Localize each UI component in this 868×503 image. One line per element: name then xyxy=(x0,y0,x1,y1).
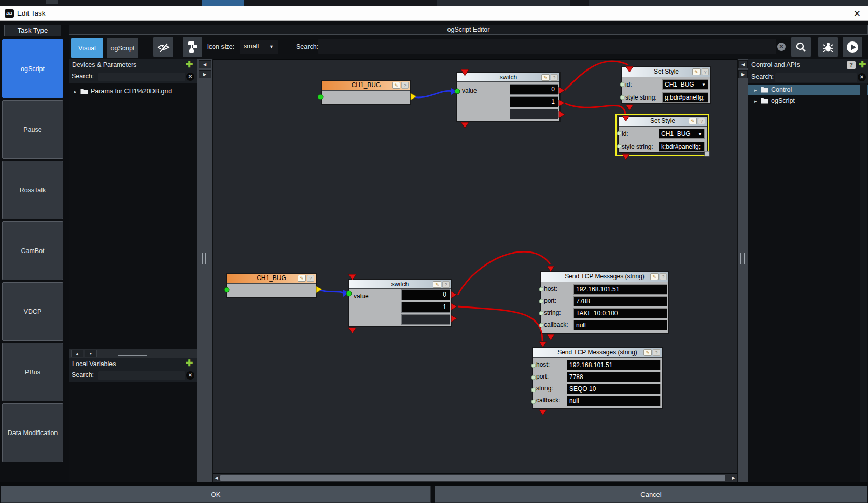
node-header[interactable]: CH1_BUG ✎ ? xyxy=(322,81,410,91)
string-field[interactable]: SEQO 10 xyxy=(567,384,661,394)
cancel-button[interactable]: Cancel xyxy=(435,486,867,503)
node-set-style-1[interactable]: Set Style ✎ ? id: CH1_BUG ▼ style string… xyxy=(621,66,711,104)
host-field[interactable]: 192.168.101.51 xyxy=(573,284,667,295)
node-header[interactable]: Set Style ✎ ? xyxy=(619,117,707,127)
value-out-arrow-port[interactable] xyxy=(316,286,322,293)
node-graph-canvas[interactable]: CH1_BUG ✎ ? switch ✎ ? value 0 1 Set Sty… xyxy=(213,59,737,482)
add-variable-icon[interactable]: ✚ xyxy=(185,359,193,368)
switch-case-0[interactable]: 0 xyxy=(510,84,558,95)
collapse-right-icon[interactable]: ▶ xyxy=(738,70,748,78)
id-dropdown[interactable]: CH1_BUG ▼ xyxy=(662,79,708,90)
help-icon[interactable]: ? xyxy=(653,349,660,356)
node-header[interactable]: Send TCP Messages (string) ✎ ? xyxy=(533,348,662,358)
exec-out-port[interactable] xyxy=(461,122,469,128)
switch-case-2[interactable] xyxy=(510,109,558,119)
tree-item-ogscript[interactable]: ▸ ogScript xyxy=(748,95,868,106)
help-icon[interactable]: ? xyxy=(698,118,705,124)
help-icon[interactable]: ? xyxy=(401,82,409,89)
edit-icon[interactable]: ✎ xyxy=(689,118,697,124)
node-send-tcp-1[interactable]: Send TCP Messages (string) ✎ ? host: 192… xyxy=(540,271,669,334)
collapse-down-icon[interactable]: ▼ xyxy=(85,350,97,357)
collapse-left-icon[interactable]: ◀ xyxy=(738,60,748,68)
id-dropdown[interactable]: CH1_BUG ▼ xyxy=(659,129,705,139)
toolbar-search-input[interactable] xyxy=(318,39,776,54)
switch-case-2[interactable] xyxy=(401,314,450,325)
variables-clear-search-icon[interactable]: ✕ xyxy=(186,371,194,380)
ok-button[interactable]: OK xyxy=(1,486,431,503)
switch-case-0[interactable]: 0 xyxy=(401,289,450,300)
task-type-data-modification[interactable]: Data Modification xyxy=(2,403,63,462)
devices-search-input[interactable] xyxy=(98,73,185,81)
left-strip-grip[interactable] xyxy=(202,253,206,264)
add-api-icon[interactable]: ✚ xyxy=(858,61,866,69)
task-type-cambot[interactable]: CamBot xyxy=(2,221,63,280)
exec-out-port[interactable] xyxy=(539,410,547,415)
help-icon[interactable]: ? xyxy=(442,281,450,288)
help-icon[interactable]: ? xyxy=(702,68,709,75)
node-switch-2[interactable]: switch ✎ ? value 0 1 xyxy=(348,279,452,327)
canvas-h-scrollbar[interactable]: ◀ ▶ xyxy=(213,473,737,482)
node-ch1-bug-1[interactable]: CH1_BUG ✎ ? xyxy=(321,80,411,105)
port-field[interactable]: 7788 xyxy=(573,296,667,306)
scroll-right-icon[interactable]: ▶ xyxy=(730,474,737,482)
run-button[interactable] xyxy=(843,37,862,57)
scrollbar-thumb[interactable] xyxy=(220,475,725,481)
apis-search-input[interactable] xyxy=(775,73,857,82)
help-icon[interactable]: ? xyxy=(660,273,667,280)
expand-caret-icon[interactable]: ▸ xyxy=(754,85,757,95)
node-header[interactable]: CH1_BUG ✎ ? xyxy=(227,274,316,284)
node-switch-1[interactable]: switch ✎ ? value 0 1 xyxy=(456,72,561,122)
hide-connections-button[interactable] xyxy=(153,37,173,57)
node-send-tcp-2[interactable]: Send TCP Messages (string) ✎ ? host: 192… xyxy=(532,347,663,409)
edit-icon[interactable]: ✎ xyxy=(692,68,701,75)
splitter-grip[interactable] xyxy=(118,352,147,356)
right-strip-grip[interactable] xyxy=(740,253,745,264)
exec-out-port[interactable] xyxy=(547,334,554,340)
string-field[interactable]: TAKE 10:0:100 xyxy=(573,308,667,318)
value-out-arrow-port[interactable] xyxy=(411,93,416,100)
node-header[interactable]: switch ✎ ? xyxy=(349,280,451,289)
edit-icon[interactable]: ✎ xyxy=(541,74,550,81)
task-type-vdcp[interactable]: VDCP xyxy=(2,282,63,341)
collapse-up-icon[interactable]: ▲ xyxy=(71,350,83,357)
switch-case-1[interactable]: 1 xyxy=(510,96,558,107)
exec-out-port[interactable] xyxy=(348,328,356,333)
task-type-rosstalk[interactable]: RossTalk xyxy=(2,161,63,219)
tree-item-control[interactable]: ▸ Control xyxy=(748,85,868,95)
node-ch1-bug-2[interactable]: CH1_BUG ✎ ? xyxy=(226,273,317,298)
edit-icon[interactable]: ✎ xyxy=(433,281,441,288)
find-button[interactable] xyxy=(791,37,811,57)
collapse-left-icon[interactable]: ◀ xyxy=(199,60,211,68)
close-icon[interactable]: ✕ xyxy=(853,8,861,19)
callback-field[interactable]: null xyxy=(567,396,661,406)
apis-clear-search-icon[interactable]: ✕ xyxy=(858,73,866,81)
variables-search-input[interactable] xyxy=(98,371,185,380)
style-string-field[interactable]: k;bdr#panelfg; xyxy=(659,142,705,152)
host-field[interactable]: 192.168.101.51 xyxy=(567,360,661,370)
icon-size-select[interactable]: small ▼ xyxy=(240,40,278,54)
expand-caret-icon[interactable]: ▸ xyxy=(754,96,757,106)
devices-clear-search-icon[interactable]: ✕ xyxy=(186,73,194,81)
auto-layout-button[interactable] xyxy=(183,37,202,57)
clear-search-icon[interactable]: ✕ xyxy=(777,43,786,51)
tab-ogscript[interactable]: ogScript xyxy=(107,38,138,58)
expand-caret-icon[interactable]: ▸ xyxy=(74,87,77,97)
exec-out-port[interactable] xyxy=(626,105,633,110)
switch-case-1[interactable]: 1 xyxy=(401,302,450,313)
apis-scroll-track[interactable] xyxy=(860,83,867,482)
task-type-ogscript[interactable]: ogScript xyxy=(2,39,63,98)
callback-field[interactable]: null xyxy=(573,320,667,330)
port-field[interactable]: 7788 xyxy=(567,372,661,382)
node-header[interactable]: switch ✎ ? xyxy=(457,73,559,82)
node-header[interactable]: Set Style ✎ ? xyxy=(622,67,710,77)
edit-icon[interactable]: ✎ xyxy=(392,82,400,89)
node-header[interactable]: Send TCP Messages (string) ✎ ? xyxy=(541,272,668,282)
add-device-icon[interactable]: ✚ xyxy=(185,61,193,69)
help-icon[interactable]: ? xyxy=(551,74,558,81)
edit-icon[interactable]: ✎ xyxy=(650,273,659,280)
collapse-right-icon[interactable]: ▶ xyxy=(199,70,211,78)
scroll-left-icon[interactable]: ◀ xyxy=(213,474,220,482)
help-icon[interactable]: ? xyxy=(307,275,314,282)
edit-icon[interactable]: ✎ xyxy=(298,275,306,282)
help-icon[interactable]: ? xyxy=(847,61,856,69)
